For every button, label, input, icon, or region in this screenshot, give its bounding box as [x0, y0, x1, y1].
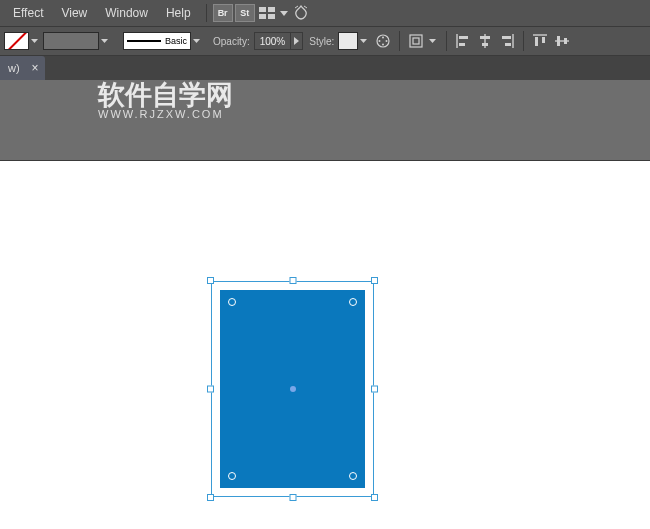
svg-point-6 [386, 40, 388, 42]
opacity-chevron-icon[interactable] [291, 32, 303, 50]
menu-bar: Effect View Window Help Br St [0, 0, 650, 26]
style-dropdown-icon[interactable] [358, 39, 368, 43]
separator [523, 31, 524, 51]
svg-rect-1 [268, 7, 275, 12]
svg-rect-25 [564, 38, 567, 44]
svg-point-8 [379, 40, 381, 42]
chevron-down-icon[interactable] [279, 4, 289, 22]
align-top-icon[interactable] [529, 30, 551, 52]
svg-rect-18 [502, 36, 511, 39]
brush-dropdown-icon[interactable] [191, 39, 201, 43]
watermark-cn: 软件自学网 [98, 80, 233, 110]
selection-bounding-box[interactable] [211, 281, 374, 497]
svg-rect-10 [413, 38, 419, 44]
menu-view[interactable]: View [52, 0, 96, 26]
gpu-preview-icon[interactable] [291, 4, 311, 22]
center-point-icon[interactable] [290, 386, 296, 392]
stroke-swatch[interactable] [43, 32, 99, 50]
options-bar: Basic Opacity: 100% Style: [0, 26, 650, 56]
opacity-label: Opacity: [213, 36, 250, 47]
svg-point-7 [382, 44, 384, 46]
svg-rect-9 [410, 35, 422, 47]
separator [399, 31, 400, 51]
resize-handle[interactable] [207, 494, 214, 501]
svg-point-5 [382, 37, 384, 39]
stock-icon[interactable]: St [235, 4, 255, 22]
opacity-input[interactable]: 100% [254, 32, 292, 50]
svg-rect-13 [459, 43, 465, 46]
svg-rect-24 [557, 36, 560, 46]
menu-help[interactable]: Help [157, 0, 200, 26]
watermark: 软件自学网 WWW.RJZXW.COM [98, 80, 233, 120]
bridge-icon[interactable]: Br [213, 4, 233, 22]
resize-handle[interactable] [371, 494, 378, 501]
svg-rect-21 [535, 37, 538, 46]
arrange-documents-icon[interactable] [257, 4, 277, 22]
graphic-style-swatch[interactable] [338, 32, 358, 50]
align-to-dropdown-icon[interactable] [427, 39, 437, 43]
resize-handle[interactable] [371, 277, 378, 284]
svg-rect-2 [259, 14, 266, 19]
pasteboard-area: 软件自学网 WWW.RJZXW.COM [0, 80, 650, 160]
style-label: Style: [309, 36, 334, 47]
align-vcenter-icon[interactable] [551, 30, 573, 52]
document-tab-bar: w) × [0, 56, 650, 80]
svg-rect-12 [459, 36, 468, 39]
svg-rect-16 [482, 43, 488, 46]
separator [446, 31, 447, 51]
svg-rect-3 [268, 14, 275, 19]
svg-rect-22 [542, 37, 545, 43]
brush-definition[interactable]: Basic [123, 32, 191, 50]
align-left-icon[interactable] [452, 30, 474, 52]
recolor-artwork-icon[interactable] [372, 30, 394, 52]
resize-handle[interactable] [207, 277, 214, 284]
artboard-edge [0, 160, 650, 161]
menu-effect[interactable]: Effect [4, 0, 52, 26]
align-right-icon[interactable] [496, 30, 518, 52]
artboard[interactable] [0, 160, 650, 529]
stroke-preview-line [127, 40, 161, 42]
resize-handle[interactable] [289, 494, 296, 501]
align-to-selection-icon[interactable] [405, 30, 427, 52]
fill-swatch[interactable] [4, 32, 29, 50]
svg-rect-15 [480, 36, 490, 39]
close-icon[interactable]: × [32, 61, 39, 75]
resize-handle[interactable] [289, 277, 296, 284]
resize-handle[interactable] [371, 386, 378, 393]
stroke-dropdown-icon[interactable] [99, 39, 109, 43]
menu-divider [206, 4, 207, 22]
document-tab-label: w) [8, 62, 20, 74]
svg-rect-0 [259, 7, 266, 12]
watermark-en: WWW.RJZXW.COM [98, 108, 233, 120]
svg-rect-19 [505, 43, 511, 46]
fill-dropdown-icon[interactable] [29, 39, 39, 43]
align-hcenter-icon[interactable] [474, 30, 496, 52]
resize-handle[interactable] [207, 386, 214, 393]
stroke-style-label: Basic [165, 36, 187, 46]
document-tab[interactable]: w) × [0, 56, 45, 80]
menu-window[interactable]: Window [96, 0, 157, 26]
